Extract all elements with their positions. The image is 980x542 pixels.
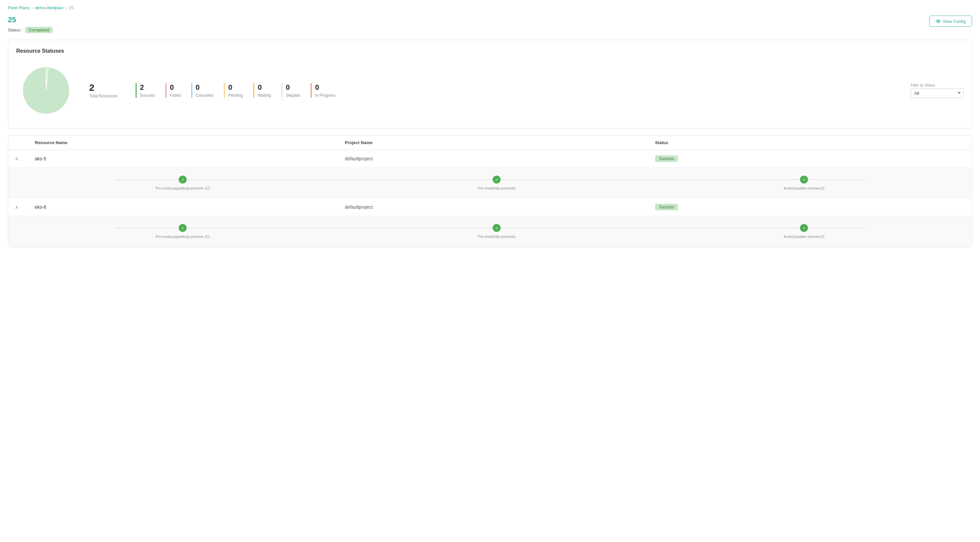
- success-badge-0: Success: [655, 155, 678, 162]
- header-section: 25 Status : Completed View Config: [8, 16, 972, 33]
- steps-container-0: ✓ Pre-hook(upgradeng-prehook-12) ✓ Pre-h…: [22, 176, 958, 190]
- step-label-1-2: Action(update-setmax12): [784, 235, 824, 239]
- table-row: ∧ eks-6 defaultproject Success: [8, 198, 972, 216]
- steps-container-1: ✓ Pre-hook(upgradeng-prehook-12) ✓ Pre-h…: [22, 224, 958, 239]
- table-body: ∧ aks-5 defaultproject Success ✓ Pre-hoo…: [8, 150, 972, 247]
- steps-row-1: ✓ Pre-hook(upgradeng-prehook-12) ✓ Pre-h…: [8, 216, 972, 247]
- project-name-1: defaultproject: [345, 204, 655, 210]
- status-cell-0: Success: [655, 155, 965, 162]
- steps-row-0: ✓ Pre-hook(upgradeng-prehook-12) ✓ Pre-h…: [8, 168, 972, 198]
- step-icon-0-0: ✓: [179, 176, 187, 184]
- col-toggle: [15, 140, 35, 145]
- breadcrumb-sep1: ›: [32, 5, 33, 10]
- svg-point-1: [937, 21, 939, 22]
- step-label-0-1: Pre-hook(http-prehook): [478, 186, 516, 190]
- breadcrumb-fleet-plans[interactable]: Fleet Plans: [8, 5, 30, 10]
- step-item-1-0: ✓ Pre-hook(upgradeng-prehook-12): [156, 224, 210, 239]
- status-row: Status : Completed: [8, 27, 53, 33]
- breadcrumb-demo-fleetplan[interactable]: demo-fleetplan: [35, 5, 63, 10]
- total-resources: 2 Total Resources: [89, 82, 123, 98]
- total-number: 2: [89, 82, 123, 93]
- stat-number-pending: 0: [228, 83, 243, 92]
- stat-item-inprogress: 0 In Progress: [311, 83, 335, 98]
- row-toggle-1[interactable]: ∧: [15, 204, 35, 210]
- project-name-0: defaultproject: [345, 156, 655, 161]
- step-item-1-2: ✓ Action(update-setmax12): [784, 224, 824, 239]
- filter-area: Filter by Status AllSuccessFailedCancell…: [911, 83, 964, 98]
- breadcrumb-sep2: ›: [65, 5, 67, 10]
- total-label: Total Resources: [89, 94, 123, 98]
- stat-item-waiting: 0 Waiting: [253, 83, 271, 98]
- col-resource-name: Resource Name: [35, 140, 345, 145]
- resource-statuses-card: Resource Statuses 2 Total Resources: [8, 40, 972, 128]
- table-row: ∧ aks-5 defaultproject Success: [8, 150, 972, 168]
- resource-statuses-title: Resource Statuses: [16, 48, 964, 54]
- status-label: Status :: [8, 27, 22, 32]
- step-item-0-1: ✓ Pre-hook(http-prehook): [478, 176, 516, 190]
- stat-label-pending: Pending: [228, 93, 243, 98]
- step-icon-1-1: ✓: [493, 224, 501, 232]
- stat-label-inprogress: In Progress: [315, 93, 335, 98]
- table-card: Resource Name Project Name Status ∧ aks-…: [8, 135, 972, 247]
- step-label-0-2: Action(update-setmax12): [784, 186, 824, 190]
- step-icon-0-1: ✓: [493, 176, 501, 184]
- stat-label-cancelled: Cancelled: [196, 93, 213, 98]
- col-status: Status: [655, 140, 965, 145]
- step-item-1-1: ✓ Pre-hook(http-prehook): [478, 224, 516, 239]
- status-cell-1: Success: [655, 204, 965, 210]
- step-label-1-0: Pre-hook(upgradeng-prehook-12): [156, 235, 210, 239]
- stat-item-cancelled: 0 Cancelled: [191, 83, 213, 98]
- success-badge-1: Success: [655, 204, 678, 210]
- resource-name-1: eks-6: [35, 204, 345, 210]
- row-toggle-0[interactable]: ∧: [15, 156, 35, 161]
- page-title: 25: [8, 16, 53, 24]
- stats-area: 2 Total Resources 2 Success 0 Failed 0 C…: [16, 61, 964, 120]
- eye-icon: [935, 19, 941, 24]
- stat-number-failed: 0: [170, 83, 181, 92]
- stat-item-skipped: 0 Skipped: [282, 83, 300, 98]
- svg-point-0: [936, 20, 940, 22]
- status-badge: Completed: [25, 27, 53, 33]
- breadcrumb-current: 25: [69, 5, 73, 10]
- step-label-1-1: Pre-hook(http-prehook): [478, 235, 516, 239]
- stat-item-failed: 0 Failed: [165, 83, 181, 98]
- breadcrumb: Fleet Plans › demo-fleetplan › 25: [8, 5, 972, 10]
- stat-label-failed: Failed: [170, 93, 181, 98]
- step-label-0-0: Pre-hook(upgradeng-prehook-12): [156, 186, 210, 190]
- stat-item-success: 2 Success: [135, 83, 155, 98]
- stat-label-waiting: Waiting: [258, 93, 271, 98]
- step-icon-1-2: ✓: [800, 224, 808, 232]
- step-item-0-2: ✓ Action(update-setmax12): [784, 176, 824, 190]
- stat-item-pending: 0 Pending: [224, 83, 243, 98]
- stat-number-inprogress: 0: [315, 83, 335, 92]
- step-icon-0-2: ✓: [800, 176, 808, 184]
- pie-chart: [16, 61, 76, 120]
- step-icon-1-0: ✓: [179, 224, 187, 232]
- stat-items: 2 Success 0 Failed 0 Cancelled 0 Pending…: [135, 83, 897, 98]
- col-project-name: Project Name: [345, 140, 655, 145]
- stat-number-cancelled: 0: [196, 83, 213, 92]
- page-wrapper: Fleet Plans › demo-fleetplan › 25 25 Sta…: [0, 0, 980, 542]
- stat-label-skipped: Skipped: [286, 93, 300, 98]
- stat-number-waiting: 0: [258, 83, 271, 92]
- view-config-button[interactable]: View Config: [929, 16, 972, 27]
- filter-select[interactable]: AllSuccessFailedCancelledPendingWaitingS…: [911, 89, 964, 98]
- filter-label: Filter by Status: [911, 83, 935, 87]
- header-left: 25 Status : Completed: [8, 16, 53, 33]
- stat-label-success: Success: [140, 93, 155, 98]
- table-header: Resource Name Project Name Status: [8, 135, 972, 150]
- resource-name-0: aks-5: [35, 156, 345, 161]
- stat-number-skipped: 0: [286, 83, 300, 92]
- step-item-0-0: ✓ Pre-hook(upgradeng-prehook-12): [156, 176, 210, 190]
- stat-number-success: 2: [140, 83, 155, 92]
